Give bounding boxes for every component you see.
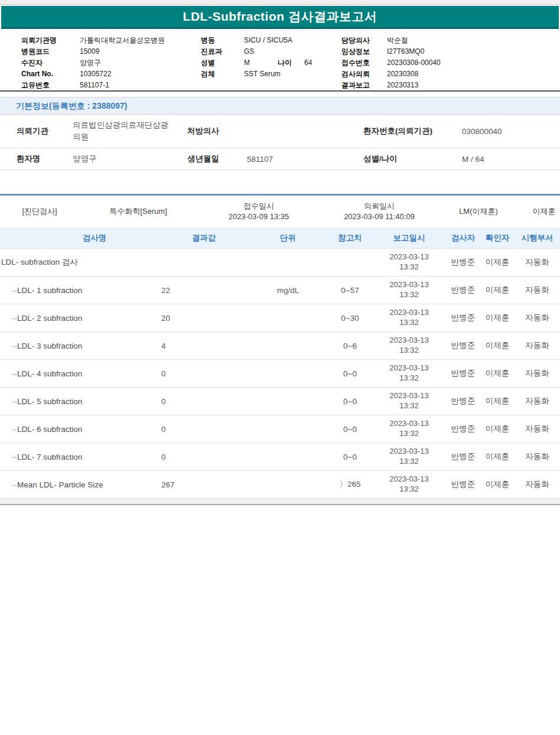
test-name: LDL- subfraction 검사: [0, 257, 159, 268]
exec-dept: 자동화: [515, 257, 560, 268]
request-time: 2023-03-09 11:40:09: [344, 212, 415, 222]
institution-field-value: 581107-1: [80, 81, 109, 89]
order-final-confirmer: 이제훈: [533, 206, 556, 217]
field-value: 의료법인삼광의료재단삼광의원: [73, 119, 176, 142]
result-value: 0: [159, 397, 248, 406]
basic-info-title: 기본정보(등록번호 : 2388097): [16, 101, 127, 110]
confirmer: 이제훈: [480, 368, 515, 379]
report-time: 13:32: [372, 373, 446, 383]
column-header: 보고일시: [372, 233, 446, 243]
tester: 반병준: [446, 285, 480, 295]
report-datetime: 2023-03-1313:32: [372, 419, 446, 439]
exec-dept: 자동화: [515, 451, 560, 462]
order-field-label: 담당의사: [341, 35, 387, 46]
report-date: 2023-03-13: [372, 308, 446, 318]
result-row: ··LDL- 7 subfraction00~02023-03-1313:32반…: [0, 443, 560, 471]
result-row: LDL- subfraction 검사2023-03-1313:32반병준이제훈…: [0, 249, 560, 277]
confirmer: 이제훈: [480, 396, 515, 406]
reference-range: 〉265: [328, 479, 372, 490]
institution-field-row: Chart No.10305722: [21, 69, 165, 80]
patient-field-value: M: [244, 57, 278, 69]
confirmer: 이제훈: [480, 340, 515, 351]
field-label: 생년월일: [187, 154, 247, 164]
age-value: 64: [304, 58, 312, 67]
field-label: 의뢰기관: [17, 126, 73, 136]
exec-dept: 자동화: [515, 479, 560, 490]
exec-dept: 자동화: [515, 340, 560, 351]
result-table-body: LDL- subfraction 검사2023-03-1313:32반병준이제훈…: [0, 249, 560, 499]
tester: 반병준: [446, 340, 480, 351]
field-label: 성별/나이: [363, 154, 462, 164]
test-name: ··Mean LDL- Particle Size: [0, 480, 159, 489]
report-datetime: 2023-03-1313:32: [372, 391, 446, 411]
order-field-row: 검사의뢰20230308: [341, 69, 441, 80]
report-time: 13:32: [372, 429, 446, 439]
report-time: 13:32: [372, 262, 446, 272]
order-field-row: 결과보고20230313: [341, 80, 441, 91]
exec-dept: 자동화: [515, 396, 560, 406]
horizontal-scrollbar-track[interactable]: [0, 499, 560, 505]
order-field-row: 담당의사박순철: [341, 35, 441, 46]
report-datetime: 2023-03-1313:32: [372, 474, 446, 495]
report-date: 2023-03-13: [372, 447, 446, 457]
report-time: 13:32: [372, 401, 446, 411]
basic-info-row: 환자명양영구생년월일581107성별/나이M / 64: [0, 148, 560, 170]
field-value: M / 64: [462, 155, 560, 164]
institution-field-label: Chart No.: [21, 69, 80, 80]
field-label: 환자명: [17, 154, 73, 164]
confirmer: 이제훈: [480, 479, 515, 490]
patient-field-label: 검체: [201, 69, 244, 80]
field-label: 환자번호(의뢰기관): [363, 126, 462, 136]
report-time: 13:32: [372, 318, 446, 328]
reference-range: 0~0: [328, 369, 372, 378]
institution-field-value: 가톨릭대학교서울성모병원: [80, 36, 165, 44]
institution-field-row: 병원코드15009: [21, 46, 165, 57]
order-field-label: 검사의뢰: [341, 69, 387, 80]
report-date: 2023-03-13: [372, 363, 446, 373]
order-field-label: 결과보고: [341, 80, 387, 91]
patient-field-row: 검체SST Serum: [201, 69, 312, 80]
result-value: 267: [159, 480, 248, 489]
order-field-value: I27T63MQ0: [387, 47, 424, 56]
report-datetime: 2023-03-1313:32: [372, 308, 446, 328]
report-date: 2023-03-13: [372, 419, 446, 429]
institution-field-value: 15009: [80, 47, 99, 56]
column-header: 확인자: [480, 233, 515, 243]
test-name: ··LDL- 3 subfraction: [0, 342, 159, 350]
order-lab: LM(이제훈): [459, 206, 498, 217]
test-name: ··LDL- 2 subfraction: [0, 314, 159, 323]
test-name: ··LDL- 7 subfraction: [0, 453, 159, 461]
receipt-label: 접수일시: [229, 201, 289, 212]
info-group-institution: 의뢰기관명가톨릭대학교서울성모병원병원코드15009수진자양영구Chart No…: [21, 35, 165, 91]
reference-range: 0~57: [328, 286, 372, 295]
info-group-patient: 병동SICU / SICU5A진료과GS성별M나이64검체SST Serum: [201, 35, 312, 80]
reference-range: 0~0: [328, 397, 372, 406]
report-time: 13:32: [372, 484, 446, 495]
tester: 반병준: [446, 424, 480, 434]
field-value: 030800040: [462, 127, 560, 136]
institution-field-label: 고유번호: [21, 80, 80, 91]
window-top-strip: [0, 0, 560, 5]
order-field-label: 임상정보: [341, 46, 387, 57]
result-value: 20: [159, 314, 248, 323]
info-group-order: 담당의사박순철임상정보I27T63MQ0접수번호20230308-00040검사…: [341, 35, 441, 91]
result-value: 22: [159, 286, 248, 295]
exec-dept: 자동화: [515, 313, 560, 323]
report-date: 2023-03-13: [372, 252, 446, 262]
order-dept: [진단검사]: [22, 206, 57, 217]
request-label: 의뢰일시: [344, 201, 415, 212]
order-field-row: 임상정보I27T63MQ0: [341, 46, 441, 57]
order-category: 특수화학[Serum]: [109, 206, 167, 217]
column-header: 검사명: [0, 233, 159, 243]
report-date: 2023-03-13: [372, 474, 446, 484]
report-time: 13:32: [372, 457, 446, 467]
tester: 반병준: [446, 257, 480, 268]
confirmer: 이제훈: [480, 313, 515, 323]
field-value: 양영구: [73, 154, 187, 164]
order-field-value: 20230313: [387, 81, 418, 89]
result-row: ··LDL- 3 subfraction40~62023-03-1313:32반…: [0, 332, 560, 360]
result-row: ··LDL- 5 subfraction00~02023-03-1313:32반…: [0, 388, 560, 415]
report-date: 2023-03-13: [372, 391, 446, 401]
institution-field-label: 의뢰기관명: [21, 35, 80, 46]
result-table-header: 검사명결과값단위참고치보고일시검사자확인자시행부서: [0, 227, 560, 249]
